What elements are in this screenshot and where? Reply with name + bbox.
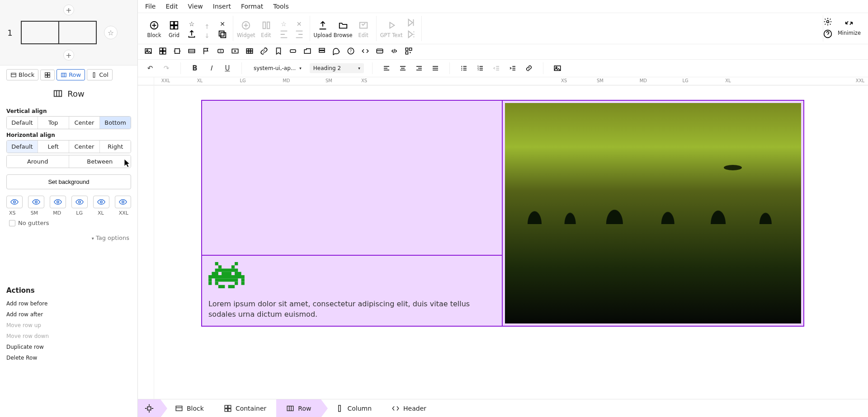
column-right[interactable] [503, 101, 803, 326]
bp-sm[interactable] [28, 196, 44, 208]
indent-button[interactable] [507, 62, 519, 74]
main-toolbar: Block Grid ☆ ↑ ↓ ✕ Widget [138, 13, 868, 44]
bullet-list-button[interactable] [458, 62, 470, 74]
bp-lg[interactable] [71, 196, 88, 208]
insert-qr-icon[interactable] [405, 47, 413, 56]
tb-block[interactable]: Block [145, 18, 163, 41]
tab-row[interactable]: Row [57, 69, 85, 80]
valign-default[interactable]: Default [7, 117, 38, 129]
align-left-button[interactable] [381, 62, 392, 74]
action-add-before[interactable]: Add row before [6, 298, 131, 309]
halign-around[interactable]: Around [7, 155, 69, 168]
italic-button[interactable]: I [205, 62, 217, 74]
tb-settings-icon[interactable] [823, 17, 832, 28]
action-duplicate[interactable]: Duplicate row [6, 342, 131, 352]
image-button[interactable] [552, 62, 563, 74]
menu-format[interactable]: Format [241, 3, 263, 10]
action-add-after[interactable]: Add row after [6, 309, 131, 320]
lorem-text[interactable]: Lorem ipsum dolor sit amet, consectetur … [208, 299, 495, 319]
bp-xxl[interactable] [115, 196, 131, 208]
halign-default[interactable]: Default [7, 141, 38, 153]
insert-card-icon[interactable] [376, 47, 384, 56]
insert-comment-icon[interactable] [332, 47, 340, 56]
tb-star[interactable]: ☆ [185, 20, 198, 28]
insert-table-icon[interactable] [245, 47, 254, 56]
bold-button[interactable]: B [189, 62, 201, 74]
insert-label-icon[interactable] [289, 47, 297, 56]
tb-browse[interactable]: Browse [334, 18, 353, 41]
tb-up-icon[interactable]: ↑ [200, 23, 214, 30]
halign-right[interactable]: Right [100, 141, 131, 153]
column-left[interactable]: Lorem ipsum dolor sit amet, consectetur … [202, 101, 503, 326]
svg-marker-34 [390, 23, 394, 28]
add-block-after-button[interactable]: + [63, 50, 74, 61]
bp-xs[interactable] [6, 196, 23, 208]
menu-edit[interactable]: Edit [165, 3, 178, 10]
tb-grid[interactable]: Grid [165, 18, 183, 41]
tb-upload[interactable]: Upload [314, 18, 332, 41]
valign-bottom[interactable]: Bottom [100, 117, 131, 129]
set-background-button[interactable]: Set background [6, 174, 131, 189]
valign-center[interactable]: Center [69, 117, 100, 129]
heading-select[interactable]: Heading 2 ▾ [310, 63, 364, 73]
menu-file[interactable]: File [145, 3, 156, 10]
crumb-row[interactable]: Row [276, 399, 321, 417]
favorite-button[interactable]: ☆ [104, 26, 118, 39]
insert-tabs-icon[interactable] [303, 47, 311, 56]
photo-placeholder[interactable] [505, 103, 801, 323]
number-list-button[interactable]: 123 [474, 62, 486, 74]
undo-button[interactable]: ↶ [144, 62, 156, 74]
menu-insert[interactable]: Insert [213, 3, 231, 10]
canvas[interactable]: Lorem ipsum dolor sit amet, consectetur … [138, 85, 868, 417]
bp-xl[interactable] [93, 196, 109, 208]
font-select[interactable]: system-ui,-ap... ▾ [250, 63, 305, 73]
no-gutters-checkbox[interactable]: No gutters [6, 220, 131, 226]
insert-link-icon[interactable] [260, 47, 268, 56]
tb-minimize[interactable]: Minimize [838, 15, 861, 39]
bp-md[interactable] [50, 196, 66, 208]
insert-accordion-icon[interactable] [318, 47, 326, 56]
halign-left[interactable]: Left [38, 141, 69, 153]
insert-code-icon[interactable] [390, 47, 398, 56]
tb-export-icon[interactable] [185, 29, 198, 39]
insert-image-icon[interactable] [144, 47, 152, 56]
add-block-before-button[interactable]: + [63, 5, 74, 15]
insert-button-icon[interactable]: B [217, 47, 225, 56]
tab-block[interactable]: Block [6, 69, 38, 80]
align-right-button[interactable] [413, 62, 425, 74]
halign-between[interactable]: Between [69, 155, 131, 168]
crumb-block[interactable]: Block [160, 399, 214, 417]
menu-view[interactable]: View [188, 3, 203, 10]
align-justify-button[interactable] [429, 62, 441, 74]
insert-flag-icon[interactable] [202, 47, 210, 56]
svg-point-18 [122, 201, 124, 203]
crumb-root[interactable] [138, 399, 160, 417]
crumb-header[interactable]: Header [382, 399, 436, 417]
tag-options-toggle[interactable]: ▾ Tag options [6, 234, 131, 241]
tab-col[interactable]: Col [87, 69, 113, 80]
align-center-button[interactable] [397, 62, 409, 74]
block-thumbnail[interactable] [21, 21, 97, 44]
insert-bookmark-icon[interactable] [274, 47, 283, 56]
link-button[interactable] [523, 62, 535, 74]
menu-tools[interactable]: Tools [273, 3, 289, 10]
insert-gallery-icon[interactable] [159, 47, 167, 56]
svg-rect-83 [208, 281, 212, 285]
halign-center[interactable]: Center [69, 141, 100, 153]
valign-top[interactable]: Top [38, 117, 69, 129]
insert-help-icon[interactable]: ? [347, 47, 355, 56]
insert-banner-icon[interactable] [188, 47, 196, 56]
action-delete[interactable]: Delete Row [6, 352, 131, 363]
selected-row[interactable]: Lorem ipsum dolor sit amet, consectetur … [201, 100, 804, 327]
tb-copy-icon[interactable] [216, 29, 229, 39]
insert-embed-icon[interactable] [361, 47, 369, 56]
tb-help-icon[interactable] [823, 29, 832, 40]
crumb-container[interactable]: Container [214, 399, 276, 417]
tb-close[interactable]: ✕ [216, 20, 229, 28]
crumb-column[interactable]: Column [321, 399, 382, 417]
insert-video-icon[interactable] [231, 47, 239, 56]
tab-grid[interactable] [40, 70, 55, 80]
underline-button[interactable]: U [222, 62, 233, 74]
insert-slider-icon[interactable] [173, 47, 181, 56]
tb-down-icon[interactable]: ↓ [200, 32, 214, 39]
